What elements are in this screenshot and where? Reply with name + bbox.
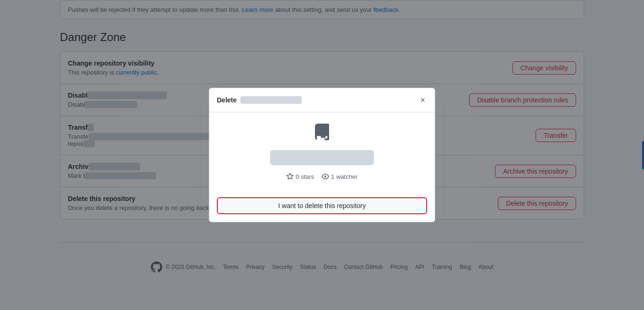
watchers-count: 1 watcher bbox=[331, 173, 357, 180]
delete-modal: Delete × bbox=[209, 88, 435, 222]
repo-meta: 0 stars 1 watcher bbox=[286, 173, 357, 180]
modal-overlay[interactable]: Delete × bbox=[0, 0, 644, 310]
eye-icon bbox=[322, 173, 329, 180]
modal-title-text: Delete bbox=[217, 96, 237, 104]
modal-title-repo-name bbox=[240, 96, 302, 104]
watchers-info: 1 watcher bbox=[322, 173, 357, 180]
stars-info: 0 stars bbox=[286, 173, 314, 180]
repo-icon-wrapper bbox=[313, 124, 331, 142]
modal-body: 0 stars 1 watcher bbox=[209, 112, 435, 192]
confirm-delete-button[interactable]: I want to delete this repository bbox=[217, 197, 427, 214]
modal-close-button[interactable]: × bbox=[418, 94, 427, 106]
modal-footer: I want to delete this repository bbox=[209, 192, 435, 222]
star-icon bbox=[286, 173, 294, 180]
repo-name-blurred bbox=[270, 150, 374, 165]
modal-title: Delete bbox=[217, 96, 302, 104]
modal-header: Delete × bbox=[209, 88, 435, 112]
page-wrapper: Pushes will be rejected if they attempt … bbox=[0, 0, 644, 310]
repo-lock-icon bbox=[313, 124, 331, 142]
stars-count: 0 stars bbox=[296, 173, 314, 180]
